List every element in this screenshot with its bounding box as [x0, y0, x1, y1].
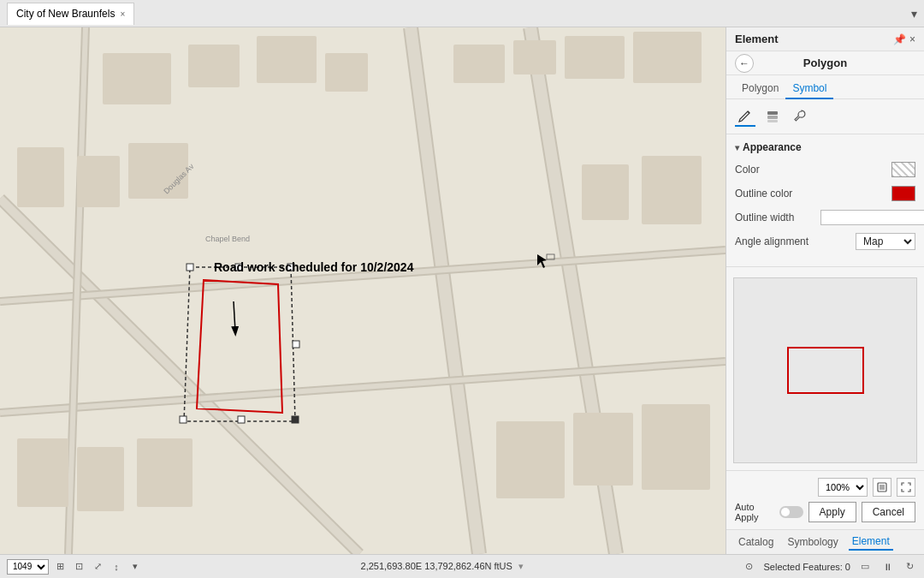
preview-symbol-box: [787, 347, 864, 394]
selected-features-text: Selected Features: 0: [763, 562, 850, 572]
angle-alignment-select[interactable]: Map Display: [856, 233, 915, 250]
title-tab[interactable]: City of New Braunfels ×: [7, 3, 134, 25]
angle-alignment-row: Angle alignment Map Display: [735, 232, 915, 251]
map-area[interactable]: Douglas Av Chapel Bend: [0, 27, 726, 554]
color-row: Color: [735, 160, 915, 179]
collapse-icon[interactable]: ▾: [735, 143, 739, 152]
panel-title-bar: Element 📌 ×: [726, 27, 924, 51]
auto-apply-toggle[interactable]: [779, 506, 803, 518]
title-bar: City of New Braunfels × ▾: [0, 0, 924, 27]
appearance-section: ▾ Appearance Color Outline color Outline…: [726, 134, 924, 263]
arrow-icon[interactable]: ↕: [109, 561, 124, 573]
zoom-row: 100% 75% 50% 150% 200%: [735, 478, 915, 497]
color-label: Color: [735, 164, 820, 176]
panel-close-icon[interactable]: ×: [909, 33, 915, 45]
zoom-level-select[interactable]: 1049: [7, 559, 49, 575]
svg-rect-48: [767, 116, 778, 119]
panel-bottom: 100% 75% 50% 150% 200%: [726, 470, 924, 529]
panel-tabs: Polygon Symbol: [726, 75, 924, 99]
layers-icon-btn[interactable]: [762, 106, 783, 127]
panel-back-button[interactable]: ←: [735, 54, 754, 73]
svg-rect-31: [642, 404, 710, 490]
tab-polygon[interactable]: Polygon: [735, 79, 785, 99]
svg-rect-36: [287, 264, 294, 271]
apply-button[interactable]: Apply: [808, 502, 856, 522]
auto-apply-text: Auto Apply: [735, 502, 776, 522]
title-tab-label: City of New Braunfels: [16, 8, 115, 20]
svg-rect-16: [633, 32, 702, 83]
status-bar-left: 1049 ⊞ ⊡ ⤢ ↕ ▾: [7, 559, 143, 575]
svg-rect-39: [235, 264, 242, 271]
navigate-icon[interactable]: ⤢: [90, 561, 105, 573]
svg-rect-51: [880, 485, 885, 490]
svg-rect-25: [582, 164, 629, 220]
svg-rect-30: [573, 413, 633, 486]
cancel-button[interactable]: Cancel: [862, 502, 915, 522]
status-bar: 1049 ⊞ ⊡ ⤢ ↕ ▾ 2,251,693.80E 13,792,862.…: [0, 554, 924, 578]
outline-width-value: [820, 210, 924, 225]
svg-text:Chapel Bend: Chapel Bend: [205, 235, 250, 243]
svg-rect-41: [238, 416, 245, 423]
outline-color-row: Outline color: [735, 184, 915, 203]
status-coordinates: 2,251,693.80E 13,792,862.46N ftUS ▾: [153, 561, 731, 572]
dropdown-icon[interactable]: ▾: [127, 561, 143, 573]
auto-apply-label: Auto Apply: [735, 502, 803, 522]
apply-row: Auto Apply Apply Cancel: [735, 502, 915, 522]
map-frame-icon[interactable]: ▭: [857, 561, 873, 573]
pause-icon[interactable]: ⏸: [880, 561, 895, 573]
svg-rect-37: [292, 416, 299, 423]
svg-rect-47: [767, 111, 778, 115]
svg-rect-49: [767, 120, 778, 122]
svg-rect-17: [103, 53, 171, 104]
bottom-tab-element[interactable]: Element: [849, 533, 893, 551]
svg-rect-13: [453, 45, 505, 83]
outline-color-label: Outline color: [735, 188, 820, 200]
refresh-icon[interactable]: ↻: [902, 561, 917, 573]
color-value: [820, 162, 915, 177]
zoom-icon-btn[interactable]: [873, 478, 891, 497]
outline-width-input[interactable]: [820, 210, 924, 225]
angle-alignment-value: Map Display: [820, 233, 915, 250]
panel-pin-icon[interactable]: 📌: [893, 33, 906, 45]
status-right: ⊙ Selected Features: 0 ▭ ⏸ ↻: [741, 561, 917, 573]
svg-rect-40: [293, 341, 299, 348]
svg-rect-28: [137, 438, 192, 507]
svg-rect-35: [187, 264, 193, 271]
grid-icon[interactable]: ⊞: [52, 561, 68, 573]
appearance-header: ▾ Appearance: [735, 141, 915, 153]
right-panel: Element 📌 × ← Polygon Polygon Symbol: [726, 27, 924, 554]
title-bar-arrow-icon[interactable]: ▾: [911, 7, 917, 21]
panel-subtitle: Polygon: [803, 57, 847, 69]
panel-divider: [726, 266, 924, 267]
color-picker[interactable]: [891, 162, 915, 177]
svg-rect-21: [17, 147, 64, 207]
svg-rect-18: [188, 45, 240, 87]
title-tab-close-icon[interactable]: ×: [120, 9, 125, 19]
selected-features-icon: ⊙: [741, 561, 756, 573]
map-svg: Douglas Av Chapel Bend: [0, 27, 726, 554]
coords-dropdown[interactable]: ▾: [518, 561, 524, 571]
pencil-icon-btn[interactable]: [735, 106, 755, 127]
appearance-label: Appearance: [743, 141, 802, 153]
back-icon: ←: [739, 57, 749, 69]
svg-rect-19: [257, 36, 317, 83]
svg-rect-15: [565, 36, 625, 79]
zoom-select[interactable]: 100% 75% 50% 150% 200%: [818, 478, 868, 497]
svg-rect-29: [496, 421, 565, 498]
main-area: Douglas Av Chapel Bend: [0, 27, 924, 554]
fit-icon-btn[interactable]: [897, 478, 915, 497]
panel-title: Element: [735, 33, 779, 45]
outline-color-value: [820, 186, 915, 201]
svg-rect-14: [513, 40, 556, 74]
bottom-tab-catalog[interactable]: Catalog: [735, 534, 777, 550]
svg-rect-22: [77, 156, 120, 207]
wrench-icon-btn[interactable]: [790, 106, 810, 127]
tab-symbol[interactable]: Symbol: [785, 79, 833, 99]
svg-rect-27: [77, 447, 124, 511]
bottom-tab-bar: Catalog Symbology Element: [726, 529, 924, 554]
extent-icon[interactable]: ⊡: [71, 561, 86, 573]
panel-title-controls: 📌 ×: [893, 33, 915, 45]
svg-rect-26: [17, 438, 68, 507]
bottom-tab-symbology[interactable]: Symbology: [784, 534, 841, 550]
outline-color-picker[interactable]: [891, 186, 915, 201]
